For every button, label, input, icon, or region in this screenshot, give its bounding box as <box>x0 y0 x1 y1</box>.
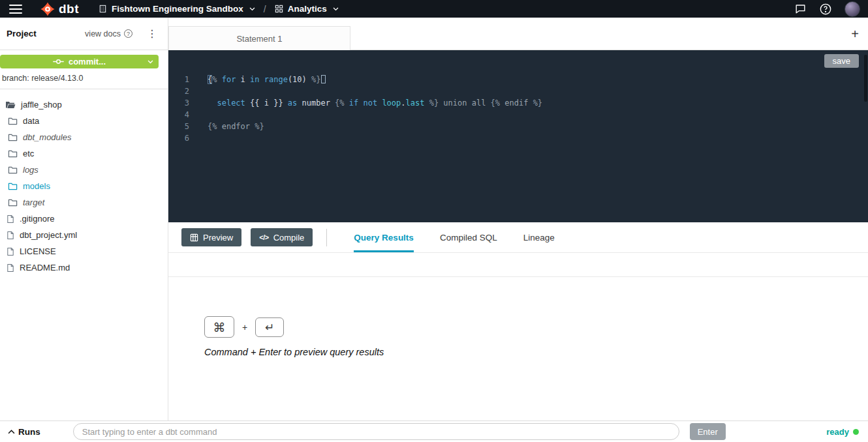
commit-button-label: commit... <box>69 57 106 66</box>
project-selector[interactable]: Analytics <box>275 4 339 14</box>
sidebar-title: Project <box>7 29 37 38</box>
tree-item-dbt-modules[interactable]: dbt_modules <box>0 129 168 145</box>
text-cursor <box>321 75 326 83</box>
new-tab-button[interactable]: + <box>847 26 863 41</box>
tree-item-etc[interactable]: etc <box>0 145 168 162</box>
tab-query-results[interactable]: Query Results <box>354 222 414 252</box>
tree-item-logs[interactable]: logs <box>0 162 168 178</box>
save-button[interactable]: save <box>824 54 859 68</box>
code-icon: </> <box>259 233 268 241</box>
folder-icon <box>8 166 18 174</box>
line-number: 5 <box>168 121 189 132</box>
chevron-down-icon[interactable] <box>147 60 153 64</box>
folder-icon <box>5 100 16 109</box>
sidebar-header: Project view docs ? ⋮ <box>0 18 168 50</box>
sidebar: Project view docs ? ⋮ commit... branch: … <box>0 18 168 420</box>
kebab-menu-icon[interactable]: ⋮ <box>147 29 157 39</box>
status-bar: Runs Enter ready <box>0 420 868 442</box>
results-tabs: Query ResultsCompiled SQLLineage <box>354 222 554 252</box>
tree-item-label: models <box>23 181 50 191</box>
table-icon <box>190 233 198 242</box>
plus-separator: + <box>242 322 247 332</box>
sidebar-divider <box>0 89 168 89</box>
tree-item-jaffle-shop[interactable]: jaffle_shop <box>0 96 168 113</box>
file-icon <box>7 214 14 224</box>
code-line[interactable] <box>208 132 860 144</box>
results-toolbar: Preview </> Compile Query ResultsCompile… <box>168 222 868 253</box>
chat-icon[interactable] <box>794 3 807 15</box>
tree-item-models[interactable]: models <box>0 178 168 194</box>
tree-item-label: dbt_project.yml <box>20 230 77 240</box>
view-docs-link[interactable]: view docs ? <box>85 29 132 38</box>
tab-statement-1[interactable]: Statement 1 <box>168 26 350 50</box>
status-dot-icon <box>853 429 859 435</box>
chevron-up-icon <box>8 430 15 434</box>
dbt-logo[interactable]: dbt <box>40 2 79 16</box>
tree-item-label: dbt_modules <box>23 132 71 142</box>
tree-item-label: data <box>23 116 39 126</box>
help-icon[interactable] <box>819 3 832 16</box>
account-selector[interactable]: Fishtown Engineering Sandbox <box>99 4 255 14</box>
preview-button-label: Preview <box>203 233 233 243</box>
breadcrumb-separator: / <box>264 4 266 14</box>
code-line[interactable]: select {{ i }} as number {% if not loop.… <box>208 97 860 109</box>
code-line[interactable]: {% endfor %} <box>208 121 860 132</box>
dbt-command-input[interactable] <box>73 423 679 440</box>
tree-item-label: logs <box>23 165 39 175</box>
tree-item-data[interactable]: data <box>0 113 168 129</box>
editor-gutter: 123456 <box>168 74 193 144</box>
compile-button[interactable]: </> Compile <box>251 228 313 246</box>
folder-icon <box>8 198 18 207</box>
file-icon <box>7 231 14 240</box>
toolbar-divider <box>326 229 327 246</box>
docs-help-icon: ? <box>124 29 132 38</box>
branch-label: branch: release/4.13.0 <box>2 74 168 83</box>
runs-label: Runs <box>18 427 40 437</box>
top-bar: dbt Fishtown Engineering Sandbox / Analy… <box>0 0 868 18</box>
line-number: 6 <box>168 132 189 144</box>
tree-item-label: .gitignore <box>20 214 54 224</box>
editor-code[interactable]: {% for i in range(10) %} select {{ i }} … <box>208 74 860 144</box>
tree-item-label: jaffle_shop <box>21 100 62 110</box>
grid-icon <box>275 5 283 13</box>
account-name: Fishtown Engineering Sandbox <box>112 4 243 14</box>
tree-item-label: target <box>23 198 44 207</box>
editor-scrollbar[interactable] <box>864 55 867 102</box>
commit-button[interactable]: commit... <box>0 55 159 68</box>
editor-tab-bar: Statement 1 + <box>168 18 868 50</box>
tree-item-license[interactable]: LICENSE <box>0 243 168 259</box>
hamburger-menu-icon[interactable] <box>9 5 22 14</box>
command-key-icon: ⌘ <box>204 316 234 338</box>
chevron-down-icon <box>333 7 339 11</box>
status-text: ready <box>826 427 849 437</box>
tab-lineage[interactable]: Lineage <box>523 222 555 252</box>
results-body: ⌘ + ↵ Command + Enter to preview query r… <box>168 277 868 420</box>
project-name: Analytics <box>288 4 327 14</box>
shortcut-hint-text: Command + Enter to preview query results <box>204 347 868 357</box>
file-tree: jaffle_shopdatadbt_modulesetclogsmodelst… <box>0 96 168 276</box>
runs-toggle[interactable]: Runs <box>8 427 40 437</box>
code-editor[interactable]: save 123456 {% for i in range(10) %} sel… <box>168 50 868 222</box>
enter-key-icon: ↵ <box>255 317 284 337</box>
building-icon <box>99 5 107 13</box>
code-line[interactable]: {% for i in range(10) %} <box>208 74 860 85</box>
preview-button[interactable]: Preview <box>181 228 241 246</box>
folder-icon <box>8 149 18 158</box>
file-icon <box>7 247 14 256</box>
tree-item--gitignore[interactable]: .gitignore <box>0 211 168 227</box>
avatar[interactable] <box>845 1 860 17</box>
commit-icon <box>53 58 64 65</box>
file-icon <box>7 263 14 273</box>
tab-compiled-sql[interactable]: Compiled SQL <box>440 222 497 252</box>
enter-button[interactable]: Enter <box>690 423 726 440</box>
tree-item-dbt-project-yml[interactable]: dbt_project.yml <box>0 227 168 243</box>
line-number: 3 <box>168 97 189 109</box>
line-number: 2 <box>168 85 189 97</box>
results-subheader <box>168 253 868 277</box>
code-line[interactable] <box>208 85 860 97</box>
folder-icon <box>8 117 18 125</box>
code-line[interactable] <box>208 109 860 121</box>
folder-icon <box>8 133 18 141</box>
tree-item-target[interactable]: target <box>0 194 168 211</box>
tree-item-readme-md[interactable]: README.md <box>0 259 168 276</box>
